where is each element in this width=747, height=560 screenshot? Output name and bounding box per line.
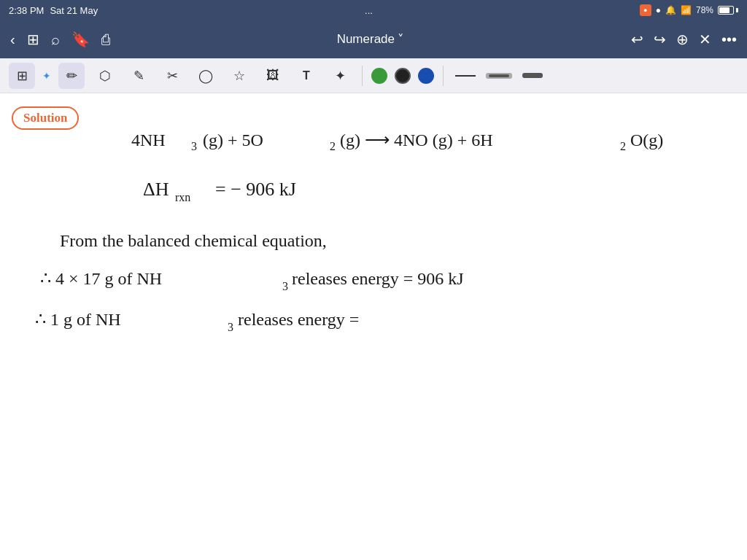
record-icon: ● <box>640 4 651 16</box>
svg-text:(g) ⟶ 4NO (g)  +  6H: (g) ⟶ 4NO (g) + 6H <box>340 131 493 149</box>
therefore-line2: ∴ 1 g of NH <box>35 310 121 329</box>
pencil-tool[interactable]: ✎ <box>125 63 152 89</box>
cell-icon: 🔔 <box>665 5 676 15</box>
title-chevron: ˅ <box>398 32 404 47</box>
undo-button[interactable]: ↩ <box>631 31 643 48</box>
svg-text:3: 3 <box>228 321 233 333</box>
app-title: Numerade <box>337 32 395 47</box>
bluetooth-icon: ✦ <box>42 70 51 82</box>
status-right: ● ● 🔔 📶 78% <box>640 4 738 16</box>
redo-button[interactable]: ↪ <box>654 31 666 48</box>
add-page-button[interactable]: ⊕ <box>676 31 689 48</box>
svg-text:O(g): O(g) <box>630 131 663 149</box>
svg-text:3: 3 <box>191 140 197 152</box>
separator-2 <box>443 66 444 86</box>
image-tool[interactable]: 🖼 <box>260 63 286 89</box>
share-button[interactable]: ⎙ <box>101 31 110 48</box>
battery-percent: 78% <box>696 5 713 15</box>
search-button[interactable]: ⌕ <box>51 31 60 48</box>
bookmark-button[interactable]: 🔖 <box>71 31 90 48</box>
battery-indicator <box>718 6 738 15</box>
status-left: 2:38 PM Sat 21 May <box>9 5 98 16</box>
lasso-tool[interactable]: ◯ <box>193 63 219 89</box>
svg-text:releases  energy  =  906 kJ: releases energy = 906 kJ <box>292 269 464 288</box>
grid-button[interactable]: ⊞ <box>27 31 39 48</box>
dots-center: ... <box>365 5 373 16</box>
status-center: ... <box>365 5 373 16</box>
toolbar: ⊞ ✦ ✏ ⬡ ✎ ✂ ◯ ☆ 🖼 T ✦ <box>0 58 747 93</box>
svg-text:(g)  +  5O: (g) + 5O <box>203 131 263 149</box>
shapes-tool[interactable]: ✂ <box>159 63 185 89</box>
time: 2:38 PM <box>9 5 44 16</box>
star-tool[interactable]: ☆ <box>226 63 252 89</box>
stroke-thin[interactable] <box>452 75 479 77</box>
nav-left: ‹ ⊞ ⌕ 🔖 ⎙ <box>10 31 110 48</box>
from-line-text: From the balanced chemical equation, <box>60 231 327 250</box>
text-tool[interactable]: T <box>293 63 320 89</box>
layers-tool[interactable]: ⊞ <box>9 63 35 89</box>
nav-center: Numerade ˅ <box>337 32 404 47</box>
close-button[interactable]: ✕ <box>699 31 711 48</box>
svg-text:3: 3 <box>282 280 288 292</box>
nav-right: ↩ ↪ ⊕ ✕ ••• <box>631 31 737 48</box>
color-blue[interactable] <box>418 68 434 84</box>
signal-icon: 📶 <box>681 5 692 15</box>
status-bar: 2:38 PM Sat 21 May ... ● ● 🔔 📶 78% <box>0 0 747 20</box>
color-black[interactable] <box>395 68 411 84</box>
eraser-tool[interactable]: ⬡ <box>92 63 118 89</box>
stroke-medium[interactable] <box>486 73 512 79</box>
nav-bar: ‹ ⊞ ⌕ 🔖 ⎙ Numerade ˅ ↩ ↪ ⊕ ✕ ••• <box>0 20 747 58</box>
stroke-thick[interactable] <box>519 73 546 78</box>
back-button[interactable]: ‹ <box>10 31 15 48</box>
handwritten-content: 4NH 3 (g) + 5O 2 (g) ⟶ 4NO (g) + 6H 2 O(… <box>0 93 747 560</box>
canvas-area: Solution 4NH 3 (g) + 5O 2 (g) ⟶ 4NO (g) … <box>0 93 747 560</box>
svg-text:2: 2 <box>620 140 626 152</box>
separator-1 <box>362 66 363 86</box>
svg-text:2: 2 <box>330 140 336 152</box>
wifi-icon: ● <box>656 5 661 15</box>
svg-text:releases  energy  =: releases energy = <box>238 310 359 329</box>
pen-tool[interactable]: ✏ <box>58 63 85 89</box>
equation-text: 4NH <box>131 131 166 149</box>
svg-text:rxn: rxn <box>175 191 190 203</box>
color-green[interactable] <box>371 68 387 84</box>
svg-text:=  − 906 kJ: = − 906 kJ <box>215 179 296 200</box>
therefore-line1: ∴ 4 × 17 g of NH <box>40 269 162 288</box>
more-button[interactable]: ••• <box>721 31 737 48</box>
magic-tool[interactable]: ✦ <box>327 63 353 89</box>
delta-h-text: ΔH <box>143 179 169 200</box>
date: Sat 21 May <box>50 5 98 16</box>
